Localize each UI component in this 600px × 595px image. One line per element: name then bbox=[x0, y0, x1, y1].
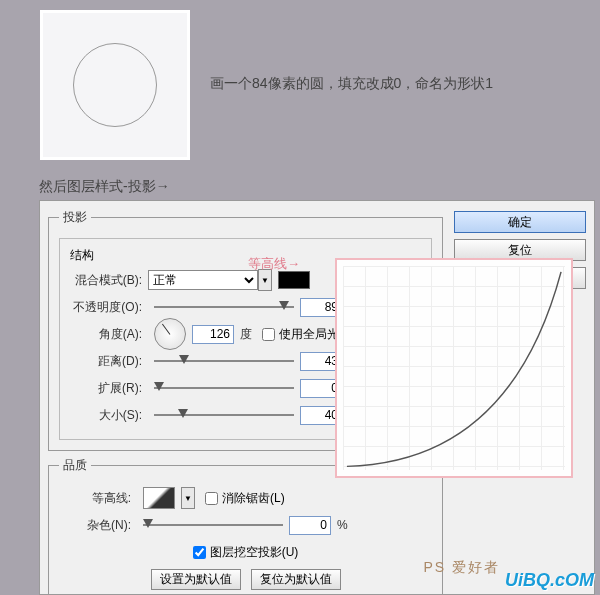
contour-thumbnail[interactable] bbox=[143, 487, 175, 509]
color-swatch[interactable] bbox=[278, 271, 310, 289]
size-label: 大小(S): bbox=[70, 407, 142, 424]
watermark-text-2: PS 爱好者 bbox=[423, 559, 500, 577]
blend-mode-select[interactable]: 正常 bbox=[148, 270, 258, 290]
instruction-text-2: 然后图层样式-投影→ bbox=[39, 178, 170, 196]
distance-label: 距离(D): bbox=[70, 353, 142, 370]
blend-label: 混合模式(B): bbox=[70, 272, 142, 289]
noise-input[interactable] bbox=[289, 516, 331, 535]
contour-label: 等高线: bbox=[59, 490, 131, 507]
distance-slider[interactable] bbox=[154, 353, 294, 369]
contour-dropdown-icon[interactable]: ▼ bbox=[181, 487, 195, 509]
ok-button[interactable]: 确定 bbox=[454, 211, 586, 233]
noise-label: 杂色(N): bbox=[59, 517, 131, 534]
antialias-label: 消除锯齿(L) bbox=[222, 490, 285, 507]
sample-preview bbox=[40, 10, 190, 160]
reset-default-button[interactable]: 复位为默认值 bbox=[251, 569, 341, 590]
curve-path bbox=[343, 266, 565, 470]
angle-label: 角度(A): bbox=[70, 326, 142, 343]
set-default-button[interactable]: 设置为默认值 bbox=[151, 569, 241, 590]
angle-dial[interactable] bbox=[154, 318, 186, 350]
curve-callout-label: 等高线→ bbox=[248, 255, 300, 273]
opacity-slider[interactable] bbox=[154, 299, 294, 315]
circle-shape bbox=[73, 43, 157, 127]
noise-slider[interactable] bbox=[143, 517, 283, 533]
spread-slider[interactable] bbox=[154, 380, 294, 396]
contour-curve-panel bbox=[335, 258, 573, 478]
watermark-text: UiBQ.cOM bbox=[505, 570, 594, 591]
global-light-checkbox[interactable] bbox=[262, 328, 275, 341]
shadow-legend: 投影 bbox=[59, 209, 91, 226]
noise-unit: % bbox=[337, 518, 348, 532]
spread-label: 扩展(R): bbox=[70, 380, 142, 397]
angle-unit: 度 bbox=[240, 326, 252, 343]
size-slider[interactable] bbox=[154, 407, 294, 423]
knockout-label: 图层挖空投影(U) bbox=[210, 544, 299, 561]
quality-legend: 品质 bbox=[59, 457, 91, 474]
opacity-label: 不透明度(O): bbox=[70, 299, 142, 316]
antialias-checkbox[interactable] bbox=[205, 492, 218, 505]
instruction-text-1: 画一个84像素的圆，填充改成0，命名为形状1 bbox=[210, 75, 493, 93]
angle-input[interactable] bbox=[192, 325, 234, 344]
knockout-checkbox[interactable] bbox=[193, 546, 206, 559]
